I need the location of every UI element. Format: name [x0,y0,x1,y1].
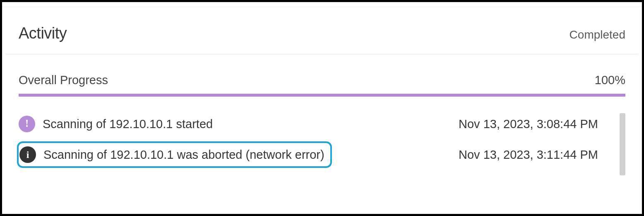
header-row: Activity Completed [19,7,625,54]
events-list: ! Scanning of 192.10.10.1 started Nov 13… [19,97,625,170]
event-message: Scanning of 192.10.10.1 started [43,117,213,131]
progress-row: Overall Progress 100% [19,73,625,94]
progress-percent: 100% [595,73,625,87]
progress-bar [19,94,625,97]
scrollbar[interactable] [620,113,625,175]
content-container: Overall Progress 100% ! Scanning of 192.… [2,54,642,170]
list-item: i Scanning of 192.10.10.1 was aborted (n… [17,135,613,170]
page-title: Activity [19,24,67,42]
status-label: Completed [570,28,625,41]
activity-panel: Activity Completed [2,7,642,54]
event-timestamp: Nov 13, 2023, 3:08:44 PM [459,117,598,131]
event-message: Scanning of 192.10.10.1 was aborted (net… [43,148,324,162]
progress-section: Overall Progress 100% [19,54,625,97]
event-left: ! Scanning of 192.10.10.1 started [19,116,459,132]
exclamation-icon: ! [19,116,35,132]
event-timestamp: Nov 13, 2023, 3:11:44 PM [459,148,598,162]
event-left: i Scanning of 192.10.10.1 was aborted (n… [17,141,459,168]
info-icon: i [19,146,36,163]
progress-label: Overall Progress [19,73,108,87]
list-item: ! Scanning of 192.10.10.1 started Nov 13… [19,113,613,135]
highlighted-event: i Scanning of 192.10.10.1 was aborted (n… [17,141,332,168]
